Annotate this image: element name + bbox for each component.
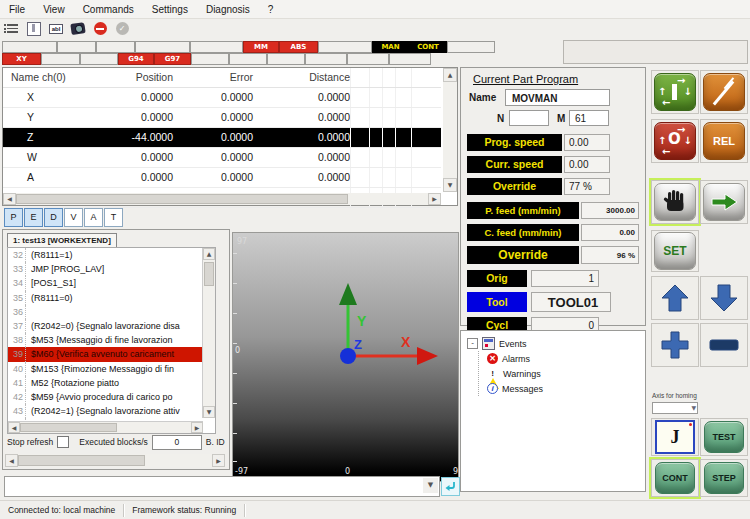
step-button[interactable]: STEP [700, 459, 748, 497]
horizontal-scrollbar[interactable]: ◀ ▶ [3, 193, 441, 205]
hold-button[interactable] [651, 180, 699, 224]
cycle-start-button[interactable]: → ← ↑ ↓ [651, 70, 699, 114]
list-icon[interactable] [4, 22, 20, 36]
tree-node-alarms[interactable]: ✕ Alarms [487, 351, 645, 366]
down-arrow-button[interactable] [700, 276, 748, 320]
3d-viewport[interactable]: Y X Z 97 0 -97 0 9 [232, 232, 459, 482]
axis-scale-bottom-right: 9 [453, 467, 458, 476]
indicator-empty [41, 53, 80, 65]
test-label: TEST [712, 432, 735, 442]
view-button-d[interactable]: D [44, 208, 63, 227]
connection-status: Connected to: local machine [0, 504, 124, 517]
tree-node-warnings[interactable]: Warnings [487, 366, 645, 381]
menu-help[interactable]: ? [259, 2, 283, 17]
horizontal-scrollbar[interactable]: ◀ ▶ [8, 421, 203, 433]
collapse-icon[interactable]: - [467, 338, 478, 349]
svg-text:Y: Y [357, 313, 367, 329]
editor-status-row: Stop refresh Executed blocks/s 0 B. ID [7, 434, 225, 450]
cycle-stop-button[interactable]: → ← ↑ ↓ O [651, 119, 699, 163]
current-part-program-panel: Current Part Program Name MOVMAN N M 61 … [460, 67, 646, 326]
table-row[interactable]: Y0.0000 0.00000.0000 [3, 108, 441, 128]
indicator-empty [96, 41, 135, 53]
stop-refresh-checkbox[interactable] [57, 436, 69, 448]
indicator-xy: XY [2, 53, 41, 65]
stop-icon[interactable] [92, 22, 108, 36]
label-icon[interactable]: abl [48, 22, 64, 36]
minus-button[interactable] [700, 323, 748, 367]
view-button-p[interactable]: P [4, 208, 23, 227]
table-row[interactable]: W0.0000 0.00000.0000 [3, 148, 441, 168]
menu-diagnosis[interactable]: Diagnosis [197, 2, 259, 17]
view-button-a[interactable]: A [84, 208, 103, 227]
panel-horizontal-scrollbar[interactable]: ◀ ▶ [5, 454, 225, 467]
prog-speed-value: 0.00 [564, 134, 610, 151]
m-field[interactable]: 61 [569, 110, 609, 126]
advance-button[interactable] [700, 180, 748, 224]
code-listing[interactable]: 32(R8111=1) 33JMP [PROG_LAV] 34[POS1_S1]… [7, 247, 216, 434]
tree-node-messages[interactable]: i Messages [487, 381, 645, 396]
executed-blocks-value[interactable]: 0 [152, 435, 202, 450]
cont-label: CONT [662, 473, 688, 483]
indicator-g94: G94 [118, 53, 154, 65]
feed-override-label: Override [467, 246, 579, 264]
name-label: Name [469, 92, 496, 103]
block-skip-button[interactable] [700, 70, 748, 114]
up-arrow-button[interactable] [651, 276, 699, 320]
vertical-scrollbar[interactable]: ▲ ▼ [202, 248, 215, 418]
col-position: Position [116, 68, 173, 87]
axis-scale-bottom-left: -97 [235, 467, 248, 476]
framework-status: Framework status: Running [124, 504, 245, 517]
indicator-empty [267, 53, 305, 65]
set-button[interactable]: SET [651, 230, 699, 272]
n-field[interactable] [509, 110, 549, 126]
axes-table-header: Name ch(0) Position Error Distance [3, 68, 441, 88]
send-command-button[interactable] [441, 477, 460, 496]
svg-text:X: X [401, 334, 411, 350]
test-button[interactable]: TEST [700, 418, 748, 456]
events-icon [482, 337, 495, 350]
indicator-abs: ABS [279, 41, 318, 53]
curr-speed-label: Curr. speed [467, 156, 562, 173]
status-bar: Connected to: local machine Framework st… [0, 500, 750, 519]
vertical-scrollbar[interactable]: ▲ ▼ [443, 68, 457, 192]
view-button-e[interactable]: E [24, 208, 43, 227]
axis-scale-bottom-zero: 0 [345, 467, 350, 476]
speed-override-value: 77 % [564, 178, 610, 195]
window-icon[interactable] [26, 22, 42, 36]
menu-file[interactable]: File [0, 2, 34, 17]
camera-icon[interactable] [70, 22, 86, 36]
prog-speed-label: Prog. speed [467, 134, 562, 151]
tree-label: Events [499, 339, 527, 349]
view-button-t[interactable]: T [104, 208, 123, 227]
indicator-empty [57, 41, 96, 53]
rel-label: REL [713, 135, 735, 147]
jog-button[interactable]: J [651, 418, 699, 456]
view-button-v[interactable]: V [64, 208, 83, 227]
table-row-selected[interactable]: Z-44.0000 0.00000.0000 [3, 128, 441, 148]
menu-commands[interactable]: Commands [74, 2, 143, 17]
indicator-man: MAN [372, 41, 409, 53]
axis-homing-dropdown[interactable]: ▼ [652, 402, 698, 414]
plus-button[interactable] [651, 323, 699, 367]
menu-settings[interactable]: Settings [143, 2, 197, 17]
axes-triad: Y X Z [233, 233, 458, 481]
tree-label: Alarms [502, 354, 530, 364]
table-row[interactable]: A0.0000 0.00000.0000 [3, 168, 441, 188]
chevron-down-icon[interactable]: ▼ [423, 478, 438, 493]
tree-node-events[interactable]: - Events [467, 336, 645, 351]
program-tab[interactable]: 1: test13 [WORKEXTEND] [7, 233, 117, 248]
command-combobox[interactable]: ▼ [4, 476, 440, 497]
c-feed-value: 0.00 [581, 224, 639, 241]
menu-view[interactable]: View [34, 2, 74, 17]
col-error: Error [173, 68, 253, 87]
rel-button[interactable]: REL [700, 119, 748, 163]
cont-button[interactable]: CONT [651, 459, 699, 497]
indicator-empty [447, 41, 495, 53]
program-name-field[interactable]: MOVMAN [505, 89, 610, 106]
slash-icon [703, 73, 745, 111]
orig-value: 1 [531, 270, 599, 287]
table-row[interactable]: X0.0000 0.00000.0000 [3, 88, 441, 108]
indicator-empty [2, 41, 57, 53]
tool-value: TOOL01 [531, 292, 611, 312]
indicator-empty [190, 41, 243, 53]
